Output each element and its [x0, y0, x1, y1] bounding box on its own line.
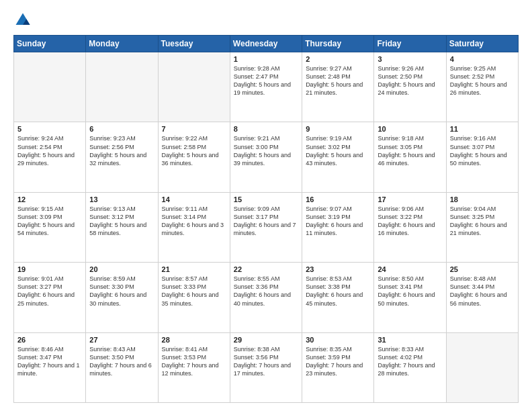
calendar-cell: 25Sunrise: 8:48 AMSunset: 3:44 PMDayligh…	[446, 263, 518, 332]
day-info: Sunrise: 9:01 AMSunset: 3:27 PMDaylight:…	[17, 275, 82, 308]
day-info: Sunrise: 8:43 AMSunset: 3:50 PMDaylight:…	[89, 345, 154, 378]
calendar-cell: 17Sunrise: 9:06 AMSunset: 3:22 PMDayligh…	[374, 192, 446, 262]
calendar-cell: 26Sunrise: 8:46 AMSunset: 3:47 PMDayligh…	[14, 332, 86, 402]
calendar-cell	[86, 52, 158, 122]
calendar-cell	[158, 52, 230, 122]
day-number: 10	[378, 125, 442, 133]
calendar-cell: 27Sunrise: 8:43 AMSunset: 3:50 PMDayligh…	[86, 332, 158, 402]
day-info: Sunrise: 9:25 AMSunset: 2:52 PMDaylight:…	[450, 64, 515, 97]
calendar-cell: 2Sunrise: 9:27 AMSunset: 2:48 PMDaylight…	[302, 52, 374, 122]
day-number: 3	[378, 55, 442, 63]
day-info: Sunrise: 8:57 AMSunset: 3:33 PMDaylight:…	[162, 275, 226, 308]
logo	[13, 11, 35, 30]
day-number: 11	[450, 125, 515, 133]
day-info: Sunrise: 9:09 AMSunset: 3:17 PMDaylight:…	[234, 205, 298, 238]
calendar-cell: 29Sunrise: 8:38 AMSunset: 3:56 PMDayligh…	[230, 332, 302, 402]
day-info: Sunrise: 8:46 AMSunset: 3:47 PMDaylight:…	[17, 345, 82, 378]
calendar-cell: 13Sunrise: 9:13 AMSunset: 3:12 PMDayligh…	[86, 192, 158, 262]
calendar-cell: 11Sunrise: 9:16 AMSunset: 3:07 PMDayligh…	[446, 122, 518, 192]
day-number: 14	[162, 195, 226, 203]
day-number: 23	[306, 265, 370, 273]
day-info: Sunrise: 9:22 AMSunset: 2:58 PMDaylight:…	[162, 134, 226, 167]
calendar-weekday-wednesday: Wednesday	[230, 36, 302, 52]
day-info: Sunrise: 8:41 AMSunset: 3:53 PMDaylight:…	[162, 345, 226, 378]
calendar-cell: 24Sunrise: 8:50 AMSunset: 3:41 PMDayligh…	[374, 263, 446, 332]
calendar-week-row: 5Sunrise: 9:24 AMSunset: 2:54 PMDaylight…	[14, 122, 519, 192]
day-info: Sunrise: 9:28 AMSunset: 2:47 PMDaylight:…	[234, 64, 298, 97]
calendar-cell: 19Sunrise: 9:01 AMSunset: 3:27 PMDayligh…	[14, 263, 86, 332]
header	[13, 11, 519, 30]
calendar-table: SundayMondayTuesdayWednesdayThursdayFrid…	[13, 35, 519, 403]
day-info: Sunrise: 8:59 AMSunset: 3:30 PMDaylight:…	[89, 275, 154, 308]
day-info: Sunrise: 9:16 AMSunset: 3:07 PMDaylight:…	[450, 134, 515, 167]
calendar-cell: 7Sunrise: 9:22 AMSunset: 2:58 PMDaylight…	[158, 122, 230, 192]
calendar-cell	[446, 332, 518, 402]
day-number: 2	[306, 55, 370, 63]
day-number: 17	[378, 195, 442, 203]
calendar-header-row: SundayMondayTuesdayWednesdayThursdayFrid…	[14, 36, 519, 52]
day-info: Sunrise: 9:06 AMSunset: 3:22 PMDaylight:…	[378, 205, 442, 238]
day-number: 5	[17, 125, 82, 133]
day-number: 6	[89, 125, 154, 133]
calendar-cell: 22Sunrise: 8:55 AMSunset: 3:36 PMDayligh…	[230, 263, 302, 332]
day-number: 8	[234, 125, 298, 133]
calendar-cell: 8Sunrise: 9:21 AMSunset: 3:00 PMDaylight…	[230, 122, 302, 192]
day-number: 20	[89, 265, 154, 273]
day-info: Sunrise: 8:33 AMSunset: 4:02 PMDaylight:…	[378, 345, 442, 378]
day-number: 21	[162, 265, 226, 273]
day-number: 7	[162, 125, 226, 133]
calendar-weekday-saturday: Saturday	[446, 36, 518, 52]
day-number: 9	[306, 125, 370, 133]
day-number: 22	[234, 265, 298, 273]
calendar-weekday-monday: Monday	[86, 36, 158, 52]
day-info: Sunrise: 8:55 AMSunset: 3:36 PMDaylight:…	[234, 275, 298, 308]
day-number: 29	[234, 336, 298, 344]
day-info: Sunrise: 9:13 AMSunset: 3:12 PMDaylight:…	[89, 205, 154, 238]
day-info: Sunrise: 9:26 AMSunset: 2:50 PMDaylight:…	[378, 64, 442, 97]
calendar-cell: 23Sunrise: 8:53 AMSunset: 3:38 PMDayligh…	[302, 263, 374, 332]
calendar-cell	[14, 52, 86, 122]
day-number: 19	[17, 265, 82, 273]
calendar-week-row: 1Sunrise: 9:28 AMSunset: 2:47 PMDaylight…	[14, 52, 519, 122]
day-number: 25	[450, 265, 515, 273]
calendar-cell: 12Sunrise: 9:15 AMSunset: 3:09 PMDayligh…	[14, 192, 86, 262]
calendar-week-row: 12Sunrise: 9:15 AMSunset: 3:09 PMDayligh…	[14, 192, 519, 262]
calendar-cell: 3Sunrise: 9:26 AMSunset: 2:50 PMDaylight…	[374, 52, 446, 122]
calendar-weekday-sunday: Sunday	[14, 36, 86, 52]
day-info: Sunrise: 9:04 AMSunset: 3:25 PMDaylight:…	[450, 205, 515, 238]
day-number: 24	[378, 265, 442, 273]
day-info: Sunrise: 9:11 AMSunset: 3:14 PMDaylight:…	[162, 205, 226, 238]
day-info: Sunrise: 9:27 AMSunset: 2:48 PMDaylight:…	[306, 64, 370, 97]
calendar-week-row: 19Sunrise: 9:01 AMSunset: 3:27 PMDayligh…	[14, 263, 519, 332]
calendar-cell: 6Sunrise: 9:23 AMSunset: 2:56 PMDaylight…	[86, 122, 158, 192]
day-info: Sunrise: 8:38 AMSunset: 3:56 PMDaylight:…	[234, 345, 298, 378]
calendar-cell: 5Sunrise: 9:24 AMSunset: 2:54 PMDaylight…	[14, 122, 86, 192]
calendar-cell: 18Sunrise: 9:04 AMSunset: 3:25 PMDayligh…	[446, 192, 518, 262]
day-number: 16	[306, 195, 370, 203]
logo-icon	[13, 11, 32, 30]
day-info: Sunrise: 8:48 AMSunset: 3:44 PMDaylight:…	[450, 275, 515, 308]
calendar-cell: 21Sunrise: 8:57 AMSunset: 3:33 PMDayligh…	[158, 263, 230, 332]
calendar-cell: 20Sunrise: 8:59 AMSunset: 3:30 PMDayligh…	[86, 263, 158, 332]
day-number: 26	[17, 336, 82, 344]
calendar-cell: 28Sunrise: 8:41 AMSunset: 3:53 PMDayligh…	[158, 332, 230, 402]
day-number: 18	[450, 195, 515, 203]
calendar-cell: 14Sunrise: 9:11 AMSunset: 3:14 PMDayligh…	[158, 192, 230, 262]
day-info: Sunrise: 9:24 AMSunset: 2:54 PMDaylight:…	[17, 134, 82, 167]
calendar-cell: 9Sunrise: 9:19 AMSunset: 3:02 PMDaylight…	[302, 122, 374, 192]
calendar-cell: 10Sunrise: 9:18 AMSunset: 3:05 PMDayligh…	[374, 122, 446, 192]
day-info: Sunrise: 9:15 AMSunset: 3:09 PMDaylight:…	[17, 205, 82, 238]
day-number: 31	[378, 336, 442, 344]
day-number: 15	[234, 195, 298, 203]
calendar-cell: 16Sunrise: 9:07 AMSunset: 3:19 PMDayligh…	[302, 192, 374, 262]
calendar-weekday-tuesday: Tuesday	[158, 36, 230, 52]
day-number: 28	[162, 336, 226, 344]
day-number: 4	[450, 55, 515, 63]
day-info: Sunrise: 9:19 AMSunset: 3:02 PMDaylight:…	[306, 134, 370, 167]
day-info: Sunrise: 9:23 AMSunset: 2:56 PMDaylight:…	[89, 134, 154, 167]
day-info: Sunrise: 8:50 AMSunset: 3:41 PMDaylight:…	[378, 275, 442, 308]
day-info: Sunrise: 8:35 AMSunset: 3:59 PMDaylight:…	[306, 345, 370, 378]
calendar-cell: 30Sunrise: 8:35 AMSunset: 3:59 PMDayligh…	[302, 332, 374, 402]
day-info: Sunrise: 9:21 AMSunset: 3:00 PMDaylight:…	[234, 134, 298, 167]
day-number: 30	[306, 336, 370, 344]
